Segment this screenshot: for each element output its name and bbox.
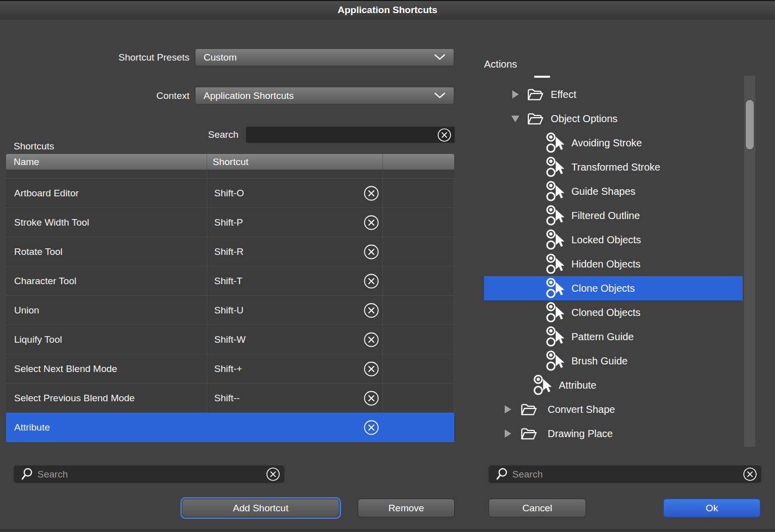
- actions-tree: Effect Object Options Avoiding Stroke Tr…: [484, 82, 755, 446]
- remove-shortcut-icon[interactable]: [363, 185, 379, 201]
- row-shortcut: Shift-P: [207, 208, 383, 237]
- tree-item-avoiding-stroke[interactable]: Avoiding Stroke: [484, 131, 743, 155]
- tree-item-pattern-guide[interactable]: Pattern Guide: [484, 325, 743, 349]
- tree-item-locked-objects[interactable]: Locked Objects: [484, 228, 743, 252]
- triangle-right-icon[interactable]: [512, 90, 519, 98]
- target-cursor-icon: [545, 326, 564, 348]
- tree-item-label: Attribute: [559, 380, 596, 391]
- row-shortcut: Shift-U: [207, 296, 383, 325]
- tree-item-clone-objects-selected[interactable]: Clone Objects: [484, 276, 743, 300]
- table-row[interactable]: Liquify Tool Shift-W: [6, 325, 454, 354]
- shortcut-presets-value: Custom: [204, 52, 434, 63]
- triangle-down-icon[interactable]: [512, 116, 519, 122]
- remove-button[interactable]: Remove: [358, 499, 455, 517]
- row-shortcut: Shift-T: [207, 267, 383, 295]
- table-row[interactable]: Rotate Tool Shift-R: [6, 237, 454, 267]
- tree-scrollbar[interactable]: [744, 76, 755, 447]
- shortcut-search-input[interactable]: [251, 129, 437, 141]
- tree-item-label: Drawing Place: [548, 428, 613, 440]
- open-folder-icon: [527, 87, 544, 102]
- clear-filter-icon[interactable]: [743, 467, 757, 482]
- row-name: Rotate Tool: [6, 237, 207, 266]
- tree-item-drawing-place[interactable]: Drawing Place: [484, 421, 743, 446]
- tree-item-object-options[interactable]: Object Options: [484, 107, 743, 131]
- remove-shortcut-icon[interactable]: [363, 244, 379, 260]
- cancel-button[interactable]: Cancel: [489, 499, 586, 517]
- row-shortcut: Shift-+: [207, 354, 383, 383]
- tree-item-cloned-objects[interactable]: Cloned Objects: [484, 300, 743, 325]
- remove-shortcut-icon[interactable]: [363, 215, 379, 231]
- remove-shortcut-icon[interactable]: [363, 419, 379, 436]
- ok-button[interactable]: Ok: [663, 499, 760, 517]
- clear-filter-icon[interactable]: [266, 467, 280, 482]
- chevron-down-icon: [434, 54, 446, 61]
- title-bar[interactable]: Application Shortcuts: [0, 0, 775, 19]
- actions-filter-input[interactable]: [511, 468, 743, 481]
- table-row-selected[interactable]: Attribute: [6, 413, 454, 442]
- remove-shortcut-icon[interactable]: [363, 332, 379, 348]
- tree-scrollbar-thumb[interactable]: [745, 99, 754, 150]
- target-cursor-icon: [545, 180, 564, 202]
- application-shortcuts-dialog: Application Shortcuts Shortcut Presets C…: [0, 0, 775, 532]
- target-cursor-icon: [545, 301, 564, 324]
- remove-shortcut-icon[interactable]: [363, 273, 379, 289]
- add-shortcut-button[interactable]: Add Shortcut: [182, 499, 340, 517]
- shortcuts-filter-field: [14, 465, 284, 483]
- tree-item-hidden-objects[interactable]: Hidden Objects: [484, 252, 743, 276]
- row-shortcut: Shift-R: [207, 237, 383, 266]
- open-folder-icon: [527, 112, 544, 126]
- context-label: Context: [0, 90, 189, 101]
- row-shortcut: Shift-W: [207, 325, 383, 354]
- row-name: Union: [6, 296, 207, 325]
- table-row[interactable]: Artboard Editor Shift-O: [6, 179, 454, 208]
- tree-item-convert-shape[interactable]: Convert Shape: [484, 397, 743, 421]
- row-name: Artboard Editor: [6, 179, 207, 207]
- table-body: Artboard Editor Shift-O Stroke Width Too…: [6, 170, 454, 442]
- row-shortcut: Shift--: [207, 384, 383, 412]
- target-cursor-icon: [545, 253, 564, 275]
- triangle-right-icon[interactable]: [504, 405, 511, 413]
- tree-item-label: Cloned Objects: [571, 307, 641, 318]
- column-header-empty: [383, 154, 454, 170]
- table-row[interactable]: Stroke Width Tool Shift-P: [6, 208, 454, 237]
- shortcuts-section-label: Shortcuts: [14, 141, 54, 152]
- table-header[interactable]: Name Shortcut: [6, 154, 454, 170]
- context-dropdown[interactable]: Application Shortcuts: [195, 87, 454, 104]
- triangle-right-icon[interactable]: [504, 430, 511, 438]
- shortcut-presets-dropdown[interactable]: Custom: [195, 48, 454, 66]
- target-cursor-icon: [545, 204, 564, 227]
- table-row-spacer: [6, 170, 454, 179]
- table-row[interactable]: Character Tool Shift-T: [6, 267, 454, 296]
- tree-item-effect[interactable]: Effect: [484, 82, 743, 107]
- remove-shortcut-icon[interactable]: [363, 361, 379, 377]
- tree-item-attribute[interactable]: Attribute: [484, 373, 743, 397]
- table-row[interactable]: Union Shift-U: [6, 296, 454, 325]
- tree-item-guide-shapes[interactable]: Guide Shapes: [484, 179, 743, 203]
- remove-shortcut-icon[interactable]: [363, 390, 379, 406]
- tree-item-label: Avoiding Stroke: [571, 137, 642, 149]
- remove-shortcut-icon[interactable]: [363, 302, 379, 318]
- clear-search-icon[interactable]: [437, 128, 452, 142]
- magnifier-icon: [20, 467, 33, 481]
- target-cursor-icon: [545, 132, 564, 154]
- tree-item-brush-guide[interactable]: Brush Guide: [484, 349, 743, 373]
- column-header-name[interactable]: Name: [6, 154, 207, 170]
- row-name: Select Next Blend Mode: [6, 354, 207, 383]
- row-shortcut: [207, 413, 383, 442]
- shortcuts-filter-input[interactable]: [36, 468, 266, 481]
- tree-item-label: Guide Shapes: [571, 186, 636, 197]
- tree-item-label: Transformed Stroke: [571, 162, 660, 173]
- row-shortcut: Shift-O: [207, 179, 383, 207]
- dialog-title: Application Shortcuts: [337, 5, 437, 16]
- open-folder-icon: [520, 427, 538, 441]
- tree-item-transformed-stroke[interactable]: Transformed Stroke: [484, 155, 743, 179]
- target-cursor-icon: [545, 229, 564, 251]
- tree-item-filtered-outline[interactable]: Filtered Outline: [484, 203, 743, 228]
- target-cursor-icon: [532, 374, 552, 396]
- table-row[interactable]: Select Previous Blend Mode Shift--: [6, 384, 454, 413]
- table-row[interactable]: Select Next Blend Mode Shift-+: [6, 354, 454, 384]
- actions-section-label: Actions: [484, 59, 517, 70]
- tree-item-label: Convert Shape: [548, 404, 615, 415]
- tree-item-label: Object Options: [551, 113, 617, 125]
- column-header-shortcut[interactable]: Shortcut: [207, 154, 383, 170]
